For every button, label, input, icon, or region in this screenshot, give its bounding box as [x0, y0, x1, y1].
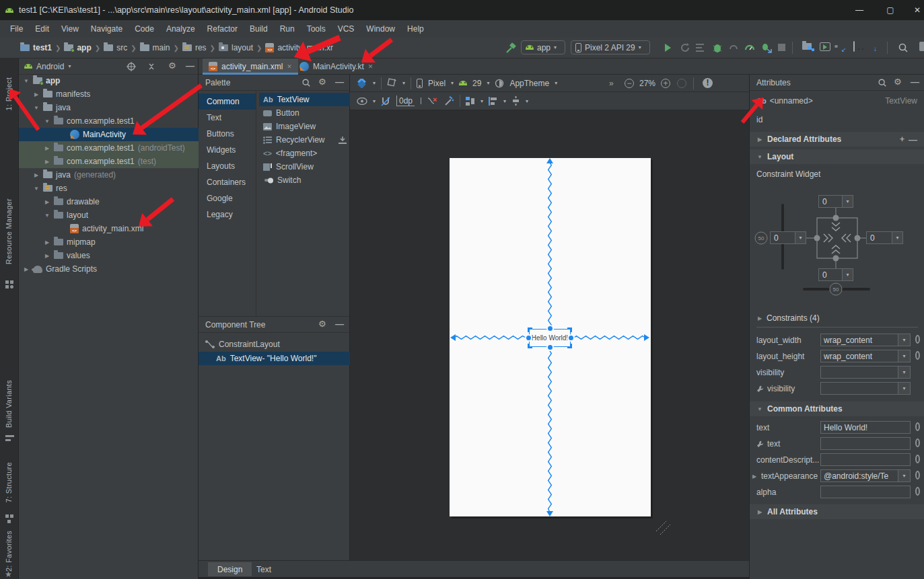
remove-attribute-icon[interactable]: — [909, 134, 917, 145]
profiler-gauge-icon[interactable] [744, 42, 755, 53]
expand-icon[interactable]: ▼ [33, 105, 40, 111]
menu-file[interactable]: File [4, 24, 29, 34]
run-button[interactable] [665, 44, 671, 52]
expand-icon[interactable]: ▼ [33, 186, 40, 192]
palette-category-layouts[interactable]: Layouts [199, 158, 256, 174]
locate-file-icon[interactable] [127, 62, 136, 71]
device-file-explorer-icon[interactable] [802, 42, 812, 52]
hide-panel-icon[interactable]: — [911, 77, 919, 87]
breadcrumb-test1[interactable]: test1 [20, 43, 52, 52]
tree-item-drawable[interactable]: ▶drawable [19, 195, 199, 208]
palette-item-imageview[interactable]: ImageView [259, 120, 350, 133]
canvas-textview-widget[interactable]: Hello World! [529, 329, 571, 347]
build-hammer-icon[interactable] [505, 42, 517, 54]
margin-bottom-select[interactable]: 0▾ [818, 268, 853, 281]
menu-run[interactable]: Run [274, 24, 301, 34]
maximize-button[interactable]: ▢ [882, 5, 899, 15]
breadcrumb-res[interactable]: res [182, 43, 207, 52]
pick-resource-icon[interactable] [915, 471, 920, 479]
menu-view[interactable]: View [55, 24, 85, 34]
tree-item-java-generated[interactable]: ▶java(generated) [19, 168, 199, 182]
menu-window[interactable]: Window [360, 24, 401, 34]
all-attributes-section[interactable]: ▶ All Attributes [750, 504, 924, 519]
tree-item-manifests[interactable]: ▶manifests [19, 87, 199, 101]
notifications-icon[interactable] [919, 42, 924, 51]
menu-build[interactable]: Build [244, 24, 274, 34]
menu-help[interactable]: Help [401, 24, 430, 34]
expand-icon[interactable]: ▶ [44, 159, 50, 165]
search-everywhere-icon[interactable] [898, 42, 909, 53]
expand-icon[interactable]: ▶ [44, 199, 50, 205]
constraints-section[interactable]: ▶ Constraints (4) [750, 311, 924, 325]
palette-category-common[interactable]: Common [199, 93, 256, 110]
tree-item-package[interactable]: ▼com.example.test1 [19, 114, 199, 128]
close-tab-icon[interactable]: ✕ [287, 63, 292, 70]
pick-resource-icon[interactable] [915, 422, 920, 431]
palette-item-fragment[interactable]: <><fragment> [259, 147, 350, 160]
layout-section[interactable]: ▼ Layout [750, 149, 924, 164]
tab-text[interactable]: Text [247, 562, 281, 576]
tree-item-package-test[interactable]: ▶com.example.test1(test) [19, 155, 199, 168]
palette-item-button[interactable]: Button [259, 106, 350, 120]
palette-category-widgets[interactable]: Widgets [199, 142, 256, 158]
palette-item-textview[interactable]: AbTextView [259, 93, 350, 106]
expand-icon[interactable]: ▶ [44, 253, 50, 259]
expand-icon[interactable]: ▶ [44, 239, 50, 245]
stripe-build-variants[interactable]: Build Variants [5, 380, 13, 428]
profile-icon[interactable] [728, 42, 739, 53]
pick-resource-icon[interactable] [915, 351, 920, 360]
stripe-project[interactable]: 1: Project [5, 77, 13, 110]
palette-item-recyclerview[interactable]: RecyclerView [259, 133, 350, 147]
tree-item-values[interactable]: ▶values [19, 249, 199, 262]
breadcrumb-main[interactable]: main [140, 43, 170, 52]
tab-mainactivity-kt[interactable]: MainActivity.kt ✕ [293, 59, 379, 75]
target-device-select[interactable]: Pixel 2 API 29 ▾ [571, 40, 650, 54]
palette-category-buttons[interactable]: Buttons [199, 126, 256, 142]
constraint-handle-right[interactable] [567, 334, 575, 342]
menu-navigate[interactable]: Navigate [85, 24, 129, 34]
hide-panel-icon[interactable]: — [335, 319, 344, 329]
constraint-handle-top[interactable] [546, 325, 554, 332]
text-appearance-select[interactable]: @android:style/Te▾ [820, 469, 911, 482]
settings-gear-icon[interactable]: ⚙ [168, 61, 176, 71]
layout-width-select[interactable]: wrap_content▾ [820, 334, 911, 346]
apply-changes-icon[interactable] [696, 43, 706, 52]
close-tab-icon[interactable]: ✕ [368, 63, 374, 70]
palette-item-scrollview[interactable]: ScrollView [259, 160, 350, 173]
menu-tools[interactable]: Tools [301, 24, 332, 34]
stripe-resource-manager[interactable]: Resource Manager [5, 198, 13, 264]
tree-item-gradle-scripts[interactable]: ▶Gradle Scripts [19, 262, 199, 276]
avd-manager-icon[interactable] [853, 42, 855, 51]
expand-icon[interactable]: ▶ [33, 91, 40, 98]
margin-left-select[interactable]: 0▾ [770, 231, 806, 244]
tree-item-layout[interactable]: ▼layout [19, 208, 199, 222]
tree-item-app[interactable]: ▼app [19, 74, 199, 87]
add-attribute-icon[interactable]: + [900, 134, 904, 144]
expand-icon[interactable]: ▼ [44, 118, 50, 124]
pick-resource-icon[interactable] [915, 455, 920, 463]
constraint-handle-left[interactable] [525, 334, 532, 342]
text-input[interactable]: Hello World! [820, 421, 911, 434]
breadcrumb-src[interactable]: src [104, 43, 127, 52]
palette-category-text[interactable]: Text [199, 110, 256, 126]
expand-icon[interactable]: ▶ [33, 172, 40, 178]
menu-refactor[interactable]: Refactor [201, 24, 244, 34]
palette-category-containers[interactable]: Containers [199, 174, 256, 190]
settings-gear-icon[interactable]: ⚙ [318, 319, 326, 329]
tab-activity-main-xml[interactable]: activity_main.xml ✕ [203, 59, 298, 75]
palette-item-switch[interactable]: Switch [259, 173, 350, 187]
pick-resource-icon[interactable] [915, 335, 920, 344]
palette-category-google[interactable]: Google [199, 190, 256, 206]
close-button[interactable]: ✕ [909, 5, 924, 15]
attach-debugger-icon[interactable] [760, 42, 773, 54]
component-textview[interactable]: Ab TextView- "Hello World!" [199, 352, 350, 365]
run-configuration-select[interactable]: app ▾ [521, 40, 565, 54]
tools-visibility-select[interactable]: ▾ [820, 382, 911, 395]
tree-item-java[interactable]: ▼java [19, 101, 199, 114]
minimize-button[interactable]: — [851, 5, 868, 15]
tree-item-activity-main-xml[interactable]: activity_main.xml [19, 222, 199, 235]
expand-icon[interactable]: ▼ [23, 78, 30, 84]
component-constraintlayout[interactable]: ConstraintLayout [199, 338, 350, 351]
constraint-handle-bottom[interactable] [546, 344, 554, 351]
project-view-select[interactable]: Android [36, 62, 64, 71]
